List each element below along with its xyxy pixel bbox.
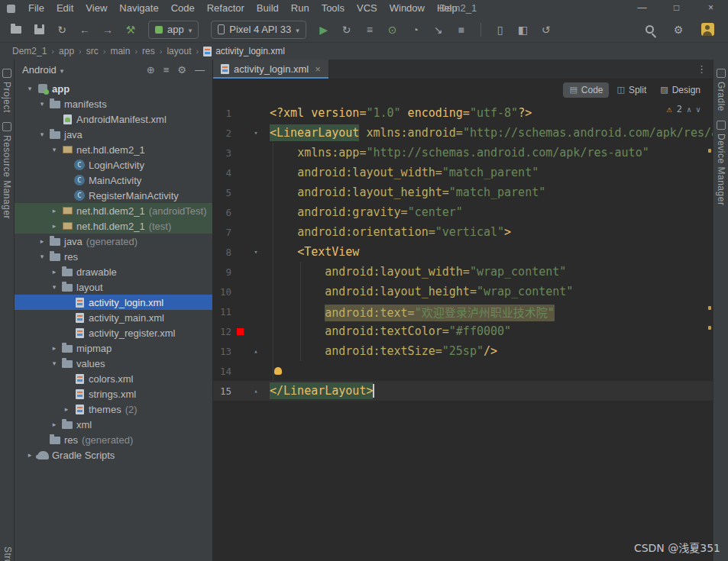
resource-manager-tool-icon[interactable] bbox=[2, 122, 11, 131]
code-line-10[interactable]: 10 android:layout_height="wrap_content" bbox=[213, 282, 713, 301]
menu-code[interactable]: Code bbox=[165, 0, 201, 17]
tree-item-values[interactable]: ▾values bbox=[15, 356, 212, 371]
run-config-select[interactable]: app bbox=[148, 21, 199, 39]
tree-item-activity-main-xml[interactable]: activity_main.xml bbox=[15, 310, 212, 325]
code-line-1[interactable]: 1<?xml version="1.0" encoding="utf-8"?> bbox=[213, 103, 713, 123]
breadcrumb-item-res[interactable]: res bbox=[141, 46, 157, 56]
fold-marker[interactable]: ▾ bbox=[248, 129, 264, 137]
chevron-right-icon[interactable]: ▸ bbox=[48, 421, 60, 428]
chevron-right-icon[interactable]: ▸ bbox=[48, 268, 60, 276]
code-text[interactable]: android:layout_height="wrap_content" bbox=[264, 285, 573, 298]
tree-item-themes-2[interactable]: ▸themes(2) bbox=[15, 401, 212, 417]
close-button[interactable]: × bbox=[694, 0, 728, 17]
breadcrumb-item-dem2-1[interactable]: Dem2_1 bbox=[11, 46, 48, 56]
chevron-down-icon[interactable]: ▾ bbox=[48, 359, 60, 367]
tree-item-net-hdl-dem2-1-androidtest[interactable]: ▸net.hdl.dem2_1(androidTest) bbox=[15, 203, 212, 218]
tree-item-net-hdl-dem2-1-test[interactable]: ▸net.hdl.dem2_1(test) bbox=[15, 218, 212, 234]
tool-button-structure[interactable]: Structure bbox=[2, 546, 13, 561]
fold-marker[interactable]: ▾ bbox=[248, 248, 264, 256]
collapse-all-icon[interactable]: ≡ bbox=[163, 64, 170, 76]
code-line-8[interactable]: 8▾ <TextView bbox=[213, 242, 713, 262]
chevron-down-icon[interactable]: ▾ bbox=[24, 85, 36, 92]
tree-item-colors-xml[interactable]: colors.xml bbox=[15, 371, 212, 386]
code-text[interactable]: <LinearLayout xmlns:android="http://sche… bbox=[264, 126, 713, 140]
code-text[interactable]: android:orientation="vertical"> bbox=[264, 225, 511, 239]
run-icon[interactable]: ▶ bbox=[315, 21, 332, 38]
device-select[interactable]: Pixel 4 API 33 bbox=[211, 21, 306, 39]
fold-marker[interactable]: ▴ bbox=[248, 387, 264, 395]
code-line-3[interactable]: 3 xmlns:app="http://schemas.android.com/… bbox=[213, 143, 713, 163]
breadcrumb-item-layout[interactable]: layout bbox=[165, 46, 193, 56]
code-text[interactable]: </LinearLayout> bbox=[264, 384, 373, 398]
menu-refactor[interactable]: Refactor bbox=[201, 0, 251, 17]
device-manager-tool-icon[interactable] bbox=[717, 121, 726, 130]
warning-stripe-mark[interactable] bbox=[708, 326, 711, 330]
chevron-right-icon[interactable]: ▸ bbox=[24, 451, 36, 459]
code-line-2[interactable]: 2▾<LinearLayout xmlns:android="http://sc… bbox=[213, 123, 713, 143]
code-line-13[interactable]: 13▴ android:textSize="25sp"/> bbox=[213, 341, 713, 361]
code-area[interactable]: ⚠ 2 ∧ ∨ 1<?xml version="1.0" encoding="u… bbox=[213, 100, 713, 561]
tree-item-activity-register-xml[interactable]: activity_register.xml bbox=[15, 325, 212, 340]
chevron-down-icon[interactable]: ▾ bbox=[48, 146, 60, 153]
code-text[interactable]: android:layout_width="wrap_content" bbox=[264, 265, 566, 279]
tree-item-drawable[interactable]: ▸drawable bbox=[15, 264, 212, 279]
fold-marker[interactable]: ▴ bbox=[248, 347, 264, 355]
code-text[interactable]: <TextView bbox=[264, 245, 359, 259]
chevron-down-icon[interactable]: ▾ bbox=[48, 283, 60, 291]
breadcrumb-item-main[interactable]: main bbox=[108, 46, 131, 56]
chevron-down-icon[interactable]: ▾ bbox=[36, 253, 48, 260]
code-line-7[interactable]: 7 android:orientation="vertical"> bbox=[213, 222, 713, 242]
forward-icon[interactable]: → bbox=[99, 21, 116, 38]
tree-item-manifests[interactable]: ▾manifests bbox=[15, 96, 212, 111]
menu-edit[interactable]: Edit bbox=[50, 0, 79, 17]
view-mode-split[interactable]: ◫Split bbox=[610, 82, 652, 98]
tree-item-loginactivity[interactable]: LoginActivity bbox=[15, 157, 212, 172]
chevron-right-icon[interactable]: ▸ bbox=[60, 405, 73, 413]
tree-item-androidmanifest-xml[interactable]: AndroidManifest.xml bbox=[15, 111, 212, 127]
save-all-icon[interactable] bbox=[31, 21, 47, 38]
sync-icon[interactable]: ↻ bbox=[53, 21, 70, 38]
code-text[interactable]: android:gravity="center" bbox=[264, 205, 463, 219]
code-text[interactable]: android:layout_height="match_parent" bbox=[264, 185, 545, 199]
code-line-4[interactable]: 4 android:layout_width="match_parent" bbox=[213, 163, 713, 182]
chevron-right-icon[interactable]: ▸ bbox=[48, 344, 60, 352]
code-line-14[interactable]: 14 bbox=[213, 361, 713, 381]
chevron-right-icon[interactable]: ▸ bbox=[48, 222, 60, 230]
breadcrumb-current-file[interactable]: activity_login.xml bbox=[203, 46, 285, 56]
tool-button-project[interactable]: Project bbox=[2, 82, 12, 113]
tree-item-registermainactivity[interactable]: RegisterMainActivity bbox=[15, 188, 212, 203]
menu-navigate[interactable]: Navigate bbox=[113, 0, 164, 17]
panel-settings-icon[interactable]: ⚙ bbox=[177, 64, 186, 76]
code-text[interactable]: android:textSize="25sp"/> bbox=[264, 344, 497, 358]
project-tool-icon[interactable] bbox=[2, 69, 11, 78]
tab-options-kebab-icon[interactable]: ⋮ bbox=[697, 60, 707, 79]
tree-item-java-generated[interactable]: ▸java(generated) bbox=[15, 234, 212, 249]
menu-tools[interactable]: Tools bbox=[315, 0, 351, 17]
tree-item-xml[interactable]: ▸xml bbox=[15, 417, 212, 432]
search-everywhere-icon[interactable] bbox=[641, 21, 658, 38]
menu-run[interactable]: Run bbox=[285, 0, 315, 17]
prev-problem-icon[interactable]: ∧ bbox=[687, 105, 691, 114]
apply-code-changes-icon[interactable]: ≡ bbox=[361, 21, 378, 38]
tree-item-app[interactable]: ▾app bbox=[15, 81, 212, 96]
code-line-12[interactable]: 12 android:textColor="#ff0000" bbox=[213, 321, 713, 341]
chevron-down-icon[interactable]: ▾ bbox=[36, 131, 48, 138]
tree-item-mainactivity[interactable]: MainActivity bbox=[15, 172, 212, 188]
code-text[interactable]: <?xml version="1.0" encoding="utf-8"?> bbox=[264, 106, 532, 120]
maximize-button[interactable]: □ bbox=[659, 0, 694, 17]
tree-item-res[interactable]: ▾res bbox=[15, 249, 212, 264]
menu-window[interactable]: Window bbox=[383, 0, 431, 17]
breadcrumb-item-src[interactable]: src bbox=[85, 46, 100, 56]
tool-button-device-manager[interactable]: Device Manager bbox=[716, 134, 726, 205]
code-text[interactable]: xmlns:app="http://schemas.android.com/ap… bbox=[264, 146, 649, 160]
tree-item-strings-xml[interactable]: strings.xml bbox=[15, 386, 212, 401]
menu-file[interactable]: File bbox=[22, 0, 50, 17]
minimize-button[interactable]: — bbox=[625, 0, 659, 17]
tool-button-resource-manager[interactable]: Resource Manager bbox=[2, 135, 12, 219]
warning-stripe-mark[interactable] bbox=[708, 306, 711, 310]
tree-item-layout[interactable]: ▾layout bbox=[15, 279, 212, 295]
chevron-right-icon[interactable]: ▸ bbox=[36, 237, 48, 245]
color-preview-swatch[interactable] bbox=[237, 328, 244, 335]
breadcrumb-item-app[interactable]: app bbox=[57, 46, 76, 56]
next-problem-icon[interactable]: ∨ bbox=[696, 105, 700, 114]
